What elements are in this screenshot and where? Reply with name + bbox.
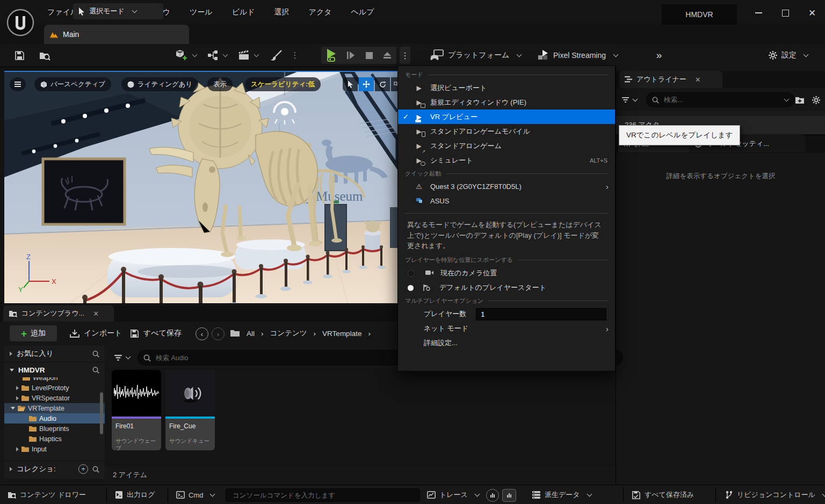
- viewport-perspective-dropdown[interactable]: パースペクティブ: [34, 77, 111, 91]
- close-button[interactable]: ✕: [805, 6, 820, 19]
- save-status-button[interactable]: すべて保存済み: [632, 485, 694, 504]
- viewport-lit-dropdown[interactable]: ライティングあり: [121, 77, 198, 91]
- search-icon[interactable]: [92, 367, 99, 374]
- tree-item-audio[interactable]: Audio: [4, 413, 105, 423]
- outliner-search-input[interactable]: [663, 96, 777, 104]
- browse-to-asset-button[interactable]: [37, 48, 53, 62]
- outliner-filter-button[interactable]: [621, 93, 637, 106]
- breadcrumb-folder[interactable]: VRTemplate: [322, 330, 361, 338]
- menu-item-default-player-start[interactable]: デフォルトのプレイヤースタート: [398, 281, 615, 295]
- menu-item-simulate[interactable]: ▶ シミュレート ALT+S: [398, 153, 615, 167]
- settings-dropdown[interactable]: 設定: [768, 47, 808, 64]
- content-drawer-button[interactable]: コンテンツ ドロワー: [8, 485, 86, 504]
- player-count-input[interactable]: [476, 308, 606, 320]
- play-button[interactable]: [321, 47, 342, 64]
- menu-item-selected-viewport[interactable]: ▶ 選択ビューポート: [398, 81, 615, 95]
- viewport-scalability-badge[interactable]: スケーラビリティ:低: [245, 77, 321, 91]
- select-mode-dropdown[interactable]: 選択モード: [73, 3, 163, 19]
- minimize-button[interactable]: [751, 6, 766, 19]
- save-button[interactable]: [12, 48, 27, 62]
- menu-item-asus[interactable]: ASUS: [398, 194, 615, 208]
- menu-item-quest3[interactable]: ⚠ Quest 3 (2G0YC1ZF8T0D5L) ›: [398, 179, 615, 194]
- trace-dropdown[interactable]: トレース: [427, 485, 479, 504]
- revision-control-dropdown[interactable]: リビジョンコントロール: [725, 485, 825, 504]
- search-icon[interactable]: [92, 350, 99, 357]
- asset-fire-cue[interactable]: Fire_Cue サウンドキュー: [165, 370, 215, 450]
- menu-item-current-camera[interactable]: 現在のカメラ位置: [398, 266, 615, 281]
- tree-item-vrspectator[interactable]: VRSpectator: [4, 393, 105, 403]
- content-browser-tab-close-icon[interactable]: ✕: [93, 310, 99, 318]
- move-tool-button[interactable]: [359, 77, 374, 91]
- blueprints-button[interactable]: [206, 48, 228, 63]
- menu-select[interactable]: 選択: [274, 8, 290, 17]
- tab-outliner[interactable]: アウトライナー ✕: [619, 71, 722, 88]
- frame-skip-button[interactable]: [342, 47, 360, 64]
- cinematics-button[interactable]: [237, 48, 259, 63]
- output-log-button[interactable]: 出力ログ: [115, 485, 155, 504]
- platform-dropdown[interactable]: プラットフォーム: [430, 47, 521, 64]
- snapshot-badge-icon[interactable]: [502, 489, 516, 502]
- viewport[interactable]: llery Museum: [4, 71, 397, 304]
- search-icon[interactable]: [92, 466, 99, 473]
- cb-filter-button[interactable]: [114, 351, 130, 364]
- select-tool-button[interactable]: [343, 77, 358, 91]
- outliner-settings-button[interactable]: [809, 93, 822, 106]
- menu-item-net-mode[interactable]: ネット モード ›: [398, 322, 615, 336]
- move-icon: [363, 81, 370, 88]
- tree-item-vrtemplate[interactable]: VRTemplate: [4, 403, 105, 413]
- menu-item-new-editor-window[interactable]: ▶ 新規エディタウィンドウ (PIE): [398, 95, 615, 109]
- stop-button[interactable]: [360, 47, 378, 64]
- editor-modes-button[interactable]: [269, 48, 285, 63]
- back-button[interactable]: ‹: [196, 327, 208, 340]
- eject-button[interactable]: [378, 47, 396, 64]
- menu-help[interactable]: ヘルプ: [351, 8, 374, 17]
- tree-item-haptics[interactable]: Haptics: [4, 434, 105, 444]
- add-button[interactable]: + 追加: [10, 325, 57, 341]
- viewport-show-dropdown[interactable]: 表示: [207, 77, 233, 91]
- tree-item-weapon[interactable]: Weapon: [4, 377, 105, 383]
- status-bar: コンテンツ ドロワー 出力ログ Cmd トレース 派生データ: [0, 485, 825, 504]
- tab-content-browser[interactable]: コンテンツブラウ... ✕: [3, 305, 114, 322]
- tab-main[interactable]: Main: [44, 25, 189, 44]
- rotate-tool-button[interactable]: [375, 77, 390, 91]
- forward-button[interactable]: ›: [212, 327, 225, 340]
- console-command-input[interactable]: [231, 491, 414, 500]
- asset-fire01[interactable]: Fire01 サウンドウェーブ: [112, 370, 161, 450]
- insights-badge-icon[interactable]: [486, 489, 499, 502]
- menu-actor[interactable]: アクタ: [309, 8, 332, 17]
- menu-item-vr-preview[interactable]: ✓ ▶ VR プレビュー: [398, 109, 615, 124]
- menu-item-standalone-game[interactable]: ▶↗ スタンドアロンゲーム: [398, 138, 615, 153]
- save-all-button[interactable]: すべて保存: [130, 325, 182, 341]
- cmd-dropdown[interactable]: Cmd: [176, 485, 214, 504]
- scale-tool-button[interactable]: [391, 77, 397, 91]
- favorites-row[interactable]: お気に入り: [4, 346, 105, 362]
- menu-build[interactable]: ビルド: [232, 8, 255, 17]
- outliner-tab-close-icon[interactable]: ✕: [695, 76, 701, 84]
- tree-scrollbar[interactable]: [100, 392, 103, 434]
- unreal-logo[interactable]: [6, 9, 34, 36]
- collections-row[interactable]: コレクショ: +: [4, 461, 105, 477]
- derived-data-dropdown[interactable]: 派生データ: [532, 485, 591, 504]
- menu-item-advanced-settings[interactable]: 詳細設定...: [398, 336, 615, 350]
- outliner-new-folder-button[interactable]: [793, 93, 806, 106]
- tree-item-levelprototyping[interactable]: LevelPrototy: [4, 383, 105, 393]
- menu-tools[interactable]: ツール: [190, 8, 213, 17]
- outliner-search-box[interactable]: [646, 92, 794, 107]
- menu-item-standalone-mobile[interactable]: ▶ スタンドアロンゲームモバイル: [398, 124, 615, 138]
- import-icon: [70, 329, 79, 338]
- breadcrumb-root[interactable]: All: [247, 330, 255, 338]
- tree-item-input[interactable]: Input: [4, 444, 105, 454]
- add-collection-icon[interactable]: +: [78, 464, 88, 474]
- tree-item-blueprints[interactable]: Blueprints: [4, 423, 105, 434]
- toolbar-expand-chevrons[interactable]: »: [651, 48, 667, 63]
- breadcrumb-content[interactable]: コンテンツ: [270, 328, 307, 338]
- import-button[interactable]: インポート: [70, 325, 122, 341]
- project-root-row[interactable]: HMDVR: [4, 362, 105, 377]
- add-actor-button[interactable]: [175, 48, 197, 63]
- viewport-menu-button[interactable]: [10, 77, 26, 91]
- toolbar-overflow-dots[interactable]: ⋮: [290, 48, 300, 63]
- console-command-box[interactable]: [226, 488, 420, 502]
- play-options-dots[interactable]: ⋮: [400, 47, 410, 64]
- pixel-streaming-dropdown[interactable]: Pixel Streaming: [537, 47, 618, 64]
- maximize-button[interactable]: [778, 6, 793, 19]
